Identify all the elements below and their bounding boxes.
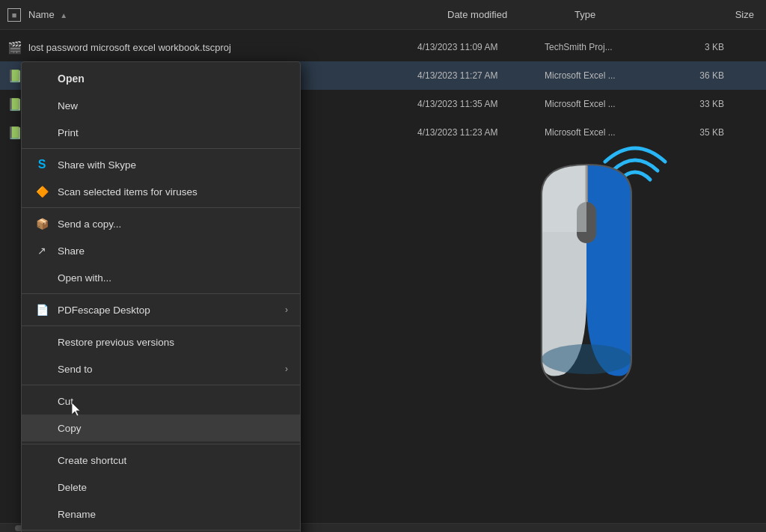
menu-separator xyxy=(22,444,300,444)
no-icon xyxy=(34,479,50,495)
file-type: Microsoft Excel ... xyxy=(545,70,664,81)
col-header-size[interactable]: Size xyxy=(694,9,754,20)
table-row[interactable]: 🎬 lost password microsoft excel workbook… xyxy=(0,33,766,61)
menu-separator xyxy=(22,293,300,294)
menu-item-label: Share xyxy=(58,245,288,257)
menu-separator xyxy=(22,207,300,208)
share-icon: ↗ xyxy=(37,245,46,257)
col-header-date[interactable]: Date modified xyxy=(447,9,574,20)
select-all-checkbox[interactable]: ■ xyxy=(7,8,21,22)
menu-item-label: Print xyxy=(58,127,288,138)
file-size: 3 KB xyxy=(664,42,724,52)
mouse-illustration xyxy=(504,135,669,404)
menu-item-label: PDFescape Desktop xyxy=(58,305,285,316)
file-name: lost password microsoft excel workbook.t… xyxy=(28,42,417,53)
no-icon xyxy=(34,420,50,436)
context-menu-item-create-shortcut[interactable]: Create shortcut xyxy=(22,447,300,474)
skype-icon: S xyxy=(38,158,46,171)
menu-separator xyxy=(22,148,300,149)
file-date: 4/13/2023 11:09 AM xyxy=(417,42,545,52)
menu-item-label: Share with Skype xyxy=(58,159,288,171)
context-menu-item-send-copy[interactable]: 📦 Send a copy... xyxy=(22,210,300,237)
menu-item-label: Cut xyxy=(58,396,288,407)
menu-separator xyxy=(22,530,300,531)
menu-item-label: Scan selected items for viruses xyxy=(58,186,288,198)
no-icon xyxy=(34,452,50,468)
menu-item-label: Send to xyxy=(58,364,285,375)
context-menu-item-cut[interactable]: Cut xyxy=(22,388,300,415)
dropbox-icon: 📦 xyxy=(36,218,49,230)
context-menu-item-print[interactable]: Print xyxy=(22,119,300,146)
svg-point-2 xyxy=(542,344,631,374)
context-menu-item-restore[interactable]: Restore previous versions xyxy=(22,328,300,355)
no-icon xyxy=(34,124,50,141)
no-icon xyxy=(34,97,50,114)
context-menu-item-copy[interactable]: Copy xyxy=(22,415,300,441)
no-icon xyxy=(34,70,50,87)
col-size-label: Size xyxy=(735,9,754,20)
file-list-header: ■ Name ▲ Date modified Type Size xyxy=(0,0,766,30)
context-menu-item-open-with[interactable]: Open with... xyxy=(22,264,300,291)
no-icon xyxy=(34,334,50,350)
context-menu-item-delete[interactable]: Delete xyxy=(22,474,300,501)
no-icon xyxy=(34,393,50,409)
menu-item-label: Open xyxy=(58,73,288,85)
menu-separator xyxy=(22,385,300,385)
no-icon xyxy=(34,361,50,377)
no-icon xyxy=(34,269,50,286)
menu-item-label: Open with... xyxy=(58,272,288,284)
sort-arrow-name: ▲ xyxy=(60,11,67,19)
pdfescape-icon: 📄 xyxy=(36,304,49,316)
file-date: 4/13/2023 11:27 AM xyxy=(417,70,545,81)
context-menu-item-share[interactable]: ↗ Share xyxy=(22,237,300,264)
context-menu-item-send-to[interactable]: Send to › xyxy=(22,355,300,382)
no-icon xyxy=(34,506,50,522)
col-type-label: Type xyxy=(574,9,595,20)
file-type: Microsoft Excel ... xyxy=(545,99,664,109)
menu-item-label: Rename xyxy=(58,509,288,520)
context-menu-item-open[interactable]: Open xyxy=(22,65,300,92)
context-menu-item-new[interactable]: New xyxy=(22,92,300,119)
file-size: 35 KB xyxy=(664,127,724,138)
context-menu-item-rename[interactable]: Rename xyxy=(22,501,300,528)
file-icon: 🎬 xyxy=(7,40,22,55)
menu-item-label: Send a copy... xyxy=(58,218,288,230)
menu-item-label: Copy xyxy=(58,423,288,434)
menu-item-label: Delete xyxy=(58,482,288,493)
col-date-label: Date modified xyxy=(447,9,507,20)
menu-item-label: Create shortcut xyxy=(58,455,288,466)
file-icon: 📗 xyxy=(7,68,22,83)
context-menu-item-scan-virus[interactable]: 🔶 Scan selected items for viruses xyxy=(22,178,300,205)
file-size: 36 KB xyxy=(664,70,724,81)
file-date: 4/13/2023 11:35 AM xyxy=(417,99,545,109)
menu-separator xyxy=(22,325,300,326)
col-name-label: Name xyxy=(28,9,55,20)
file-icon: 📗 xyxy=(7,125,22,140)
submenu-arrow: › xyxy=(285,305,288,315)
col-header-type[interactable]: Type xyxy=(574,9,694,20)
virus-scan-icon: 🔶 xyxy=(36,186,49,198)
context-menu-item-share-skype[interactable]: S Share with Skype xyxy=(22,151,300,178)
file-size: 33 KB xyxy=(664,99,724,109)
context-menu: Open New Print S Share with Skype 🔶 Scan… xyxy=(21,61,301,532)
menu-item-label: Restore previous versions xyxy=(58,337,288,348)
context-menu-item-pdfescape[interactable]: 📄 PDFescape Desktop › xyxy=(22,296,300,323)
col-header-name[interactable]: Name ▲ xyxy=(28,9,447,20)
menu-item-label: New xyxy=(58,100,288,111)
submenu-arrow: › xyxy=(285,364,288,374)
file-type: TechSmith Proj... xyxy=(545,42,664,52)
file-icon: 📗 xyxy=(7,97,22,111)
